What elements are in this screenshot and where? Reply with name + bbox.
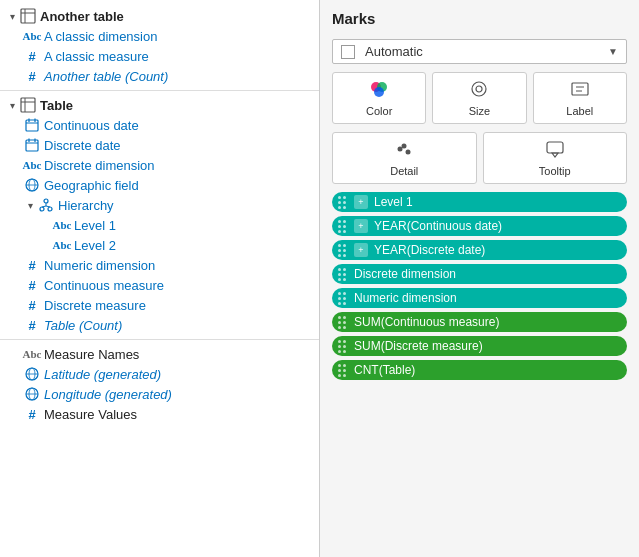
pill-cnt-table[interactable]: CNT(Table) (332, 360, 627, 380)
globe-icon (24, 386, 40, 402)
chevron-hierarchy: ▾ (24, 199, 36, 211)
field-continuous-measure[interactable]: # Continuous measure (0, 275, 319, 295)
pill-sum-continuous[interactable]: SUM(Continuous measure) (332, 312, 627, 332)
pill-text: YEAR(Continuous date) (374, 219, 502, 233)
field-continuous-date[interactable]: Continuous date (0, 115, 319, 135)
dropdown-arrow-icon: ▼ (608, 46, 618, 57)
svg-rect-40 (547, 142, 563, 153)
svg-marker-41 (552, 153, 558, 157)
pill-text: SUM(Discrete measure) (354, 339, 483, 353)
drag-handle (338, 364, 346, 377)
color-label: Color (366, 105, 392, 117)
hash-icon: # (24, 257, 40, 273)
svg-point-38 (402, 144, 407, 149)
field-a-classic-dimension[interactable]: Abc A classic dimension (0, 26, 319, 46)
calendar-icon (24, 137, 40, 153)
field-label: Level 2 (74, 238, 116, 253)
globe-icon (24, 366, 40, 382)
size-icon (468, 79, 490, 102)
pill-year-discrete[interactable]: + YEAR(Discrete date) (332, 240, 627, 260)
field-discrete-dimension[interactable]: Abc Discrete dimension (0, 155, 319, 175)
svg-rect-34 (572, 83, 588, 95)
field-longitude-generated[interactable]: Longitude (generated) (0, 384, 319, 404)
label-label: Label (566, 105, 593, 117)
pill-level1[interactable]: + Level 1 (332, 192, 627, 212)
drag-handle (338, 292, 346, 305)
field-hierarchy[interactable]: ▾ Hierarchy (0, 195, 319, 215)
field-geographic-field[interactable]: Geographic field (0, 175, 319, 195)
field-label: Discrete date (44, 138, 121, 153)
field-table-count[interactable]: # Table (Count) (0, 315, 319, 335)
field-measure-values[interactable]: # Measure Values (0, 404, 319, 424)
field-another-table-count[interactable]: # Another table (Count) (0, 66, 319, 86)
hash-icon: # (24, 297, 40, 313)
field-label: A classic dimension (44, 29, 157, 44)
field-label: Discrete measure (44, 298, 146, 313)
svg-line-22 (46, 206, 50, 207)
globe-icon (24, 177, 40, 193)
field-label: Table (Count) (44, 318, 122, 333)
divider-1 (0, 90, 319, 91)
field-label: Continuous date (44, 118, 139, 133)
abc-icon: Abc (54, 217, 70, 233)
mark-label-button[interactable]: Label (533, 72, 627, 124)
mark-detail-button[interactable]: Detail (332, 132, 477, 184)
marks-dropdown-text: Automatic (365, 44, 423, 59)
table-icon-table (20, 97, 36, 113)
pill-year-continuous[interactable]: + YEAR(Continuous date) (332, 216, 627, 236)
svg-rect-0 (21, 9, 35, 23)
marks-dropdown-label: Automatic (341, 44, 423, 59)
pill-sum-discrete[interactable]: SUM(Discrete measure) (332, 336, 627, 356)
field-label: A classic measure (44, 49, 149, 64)
marks-buttons-grid: Color Size Label (332, 72, 627, 124)
field-discrete-date[interactable]: Discrete date (0, 135, 319, 155)
checkbox-icon (341, 45, 355, 59)
field-label: Discrete dimension (44, 158, 155, 173)
hash-icon: # (24, 48, 40, 64)
pill-numeric-dimension[interactable]: Numeric dimension (332, 288, 627, 308)
svg-point-19 (48, 207, 52, 211)
field-label: Numeric dimension (44, 258, 155, 273)
tooltip-icon (544, 139, 566, 162)
field-latitude-generated[interactable]: Latitude (generated) (0, 364, 319, 384)
pill-text: Level 1 (374, 195, 413, 209)
drag-handle (338, 340, 346, 353)
plus-icon: + (354, 195, 368, 209)
field-level1[interactable]: Abc Level 1 (0, 215, 319, 235)
section-header-table[interactable]: ▾ Table (0, 95, 319, 115)
mark-tooltip-button[interactable]: Tooltip (483, 132, 628, 184)
mark-color-button[interactable]: Color (332, 72, 426, 124)
drag-handle (338, 316, 346, 329)
field-level2[interactable]: Abc Level 2 (0, 235, 319, 255)
detail-icon (393, 139, 415, 162)
field-numeric-dimension[interactable]: # Numeric dimension (0, 255, 319, 275)
field-measure-names[interactable]: Abc Measure Names (0, 344, 319, 364)
hierarchy-icon (38, 197, 54, 213)
pill-text: Numeric dimension (354, 291, 457, 305)
abc-icon: Abc (54, 237, 70, 253)
chevron-another-table: ▾ (6, 10, 18, 22)
hash-icon: # (24, 406, 40, 422)
mark-size-button[interactable]: Size (432, 72, 526, 124)
pill-text: SUM(Continuous measure) (354, 315, 499, 329)
section-header-another-table[interactable]: ▾ Another table (0, 6, 319, 26)
field-discrete-measure[interactable]: # Discrete measure (0, 295, 319, 315)
drag-handle (338, 220, 346, 233)
field-label: Another table (Count) (44, 69, 168, 84)
marks-dropdown[interactable]: Automatic ▼ (332, 39, 627, 64)
svg-point-39 (406, 150, 411, 155)
chevron-table: ▾ (6, 99, 18, 111)
divider-2 (0, 339, 319, 340)
svg-rect-6 (26, 120, 38, 131)
field-a-classic-measure[interactable]: # A classic measure (0, 46, 319, 66)
field-label: Continuous measure (44, 278, 164, 293)
field-label: Measure Names (44, 347, 139, 362)
field-label: Measure Values (44, 407, 137, 422)
color-icon (368, 79, 390, 102)
pill-discrete-dimension[interactable]: Discrete dimension (332, 264, 627, 284)
section-title-another-table: Another table (40, 9, 124, 24)
pill-text: Discrete dimension (354, 267, 456, 281)
pill-text: CNT(Table) (354, 363, 415, 377)
svg-point-18 (40, 207, 44, 211)
label-icon (569, 79, 591, 102)
